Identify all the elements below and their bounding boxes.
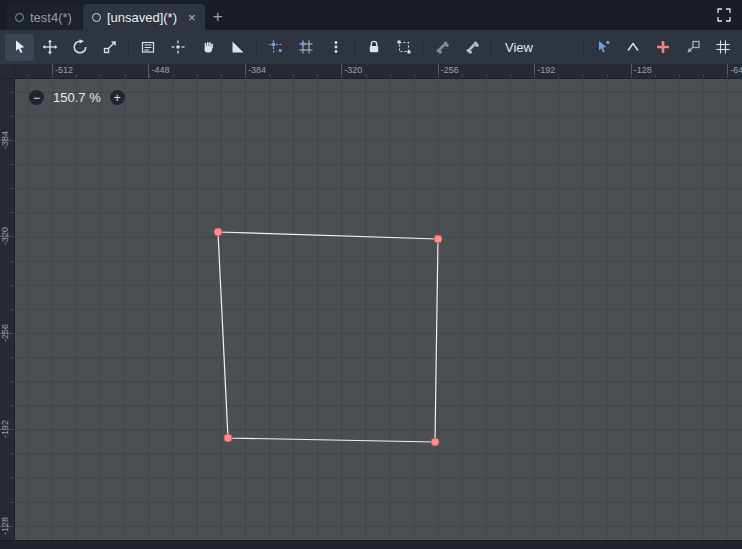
rotate-tool-icon — [72, 39, 88, 55]
viewport-canvas[interactable]: − 150.7 % + — [15, 79, 742, 540]
group-object-button[interactable] — [389, 34, 418, 61]
close-tab-icon[interactable]: × — [188, 11, 196, 24]
toolbar-separator — [256, 38, 257, 56]
select-points-button[interactable] — [588, 34, 617, 61]
bone-dim-icon — [434, 39, 450, 55]
scale-tool-icon — [102, 39, 118, 55]
polygon-vertex-handle[interactable] — [431, 438, 439, 446]
canvas-row: -384-320-256-192-128 − 150.7 % + — [0, 79, 742, 540]
new-scene-tab-button[interactable]: + — [205, 4, 231, 30]
ruler-minor-tick — [10, 92, 14, 93]
ruler-row: -512-448-384-320-256-192-128-64 — [0, 64, 742, 79]
grid-hash-icon — [715, 39, 731, 55]
smart-snap-icon — [268, 39, 284, 55]
ruler-minor-tick — [414, 74, 415, 78]
ruler-minor-tick — [173, 74, 174, 78]
ruler-label: -256 — [0, 317, 10, 349]
bone-options-button[interactable] — [457, 34, 486, 61]
list-select-icon — [140, 39, 156, 55]
ruler-tool-icon — [230, 39, 246, 55]
scene-node-icon — [92, 13, 101, 22]
ruler-label: -256 — [441, 65, 459, 75]
scene-tab-unsaved[interactable]: [unsaved](*) × — [83, 4, 205, 30]
ruler-minor-tick — [10, 236, 14, 237]
ruler-minor-tick — [510, 74, 511, 78]
ruler-corner — [0, 64, 15, 79]
bottom-panel-edge — [0, 540, 742, 549]
ruler-tool-button[interactable] — [223, 34, 252, 61]
ruler-minor-tick — [221, 74, 222, 78]
move-tool-button[interactable] — [35, 34, 64, 61]
zoom-in-button[interactable]: + — [110, 90, 125, 105]
horizontal-ruler: -512-448-384-320-256-192-128-64 — [15, 64, 742, 79]
ruler-label: -64 — [730, 65, 742, 75]
vertical-ruler: -384-320-256-192-128 — [0, 79, 15, 540]
ruler-minor-tick — [245, 74, 246, 78]
scene-tab-label: test4(*) — [30, 10, 72, 25]
ruler-minor-tick — [703, 74, 704, 78]
pink-plus-icon — [655, 39, 671, 55]
corner-arrow-icon — [685, 39, 701, 55]
zoom-percentage[interactable]: 150.7 % — [53, 90, 101, 105]
ruler-minor-tick — [679, 74, 680, 78]
snap-options-menu-button[interactable] — [321, 34, 350, 61]
expand-arrows-icon — [717, 8, 731, 22]
ruler-minor-tick — [341, 74, 342, 78]
pivot-point-icon — [170, 39, 186, 55]
zoom-out-button[interactable]: − — [29, 90, 44, 105]
ruler-minor-tick — [366, 74, 367, 78]
polygon-vertex-handle[interactable] — [434, 235, 442, 243]
grid-snap-toggle-button[interactable] — [291, 34, 320, 61]
toolbar-separator — [128, 38, 129, 56]
godot-2d-editor: test4(*) [unsaved](*) × + — [0, 0, 742, 549]
ruler-label: -192 — [537, 65, 555, 75]
pivot-point-button[interactable] — [163, 34, 192, 61]
close-curve-button[interactable] — [708, 34, 737, 61]
pan-tool-button[interactable] — [193, 34, 222, 61]
ruler-label: -192 — [0, 413, 10, 445]
ruler-minor-tick — [607, 74, 608, 78]
ruler-minor-tick — [438, 74, 439, 78]
select-points-icon — [595, 39, 611, 55]
grid-snap-icon — [298, 39, 314, 55]
select-control-points-button[interactable] — [618, 34, 647, 61]
ruler-minor-tick — [10, 212, 14, 213]
ruler-minor-tick — [534, 74, 535, 78]
list-select-button[interactable] — [133, 34, 162, 61]
ruler-minor-tick — [10, 164, 14, 165]
polygon-layer — [15, 79, 742, 540]
ruler-label: -448 — [151, 65, 169, 75]
scene-tab-bar: test4(*) [unsaved](*) × + — [0, 0, 742, 30]
scene-tab-label: [unsaved](*) — [107, 10, 177, 25]
delete-point-button[interactable] — [678, 34, 707, 61]
lock-object-button[interactable] — [359, 34, 388, 61]
ruler-label: -320 — [0, 220, 10, 252]
ruler-label: -128 — [0, 510, 10, 540]
ruler-minor-tick — [125, 74, 126, 78]
distraction-free-mode-button[interactable] — [712, 3, 736, 27]
toolbar-separator — [354, 38, 355, 56]
ruler-minor-tick — [462, 74, 463, 78]
ruler-minor-tick — [10, 140, 14, 141]
ruler-label: -384 — [248, 65, 266, 75]
ruler-minor-tick — [317, 74, 318, 78]
bone-icon — [464, 39, 480, 55]
move-tool-icon — [42, 39, 58, 55]
ruler-minor-tick — [10, 429, 14, 430]
add-point-button[interactable] — [648, 34, 677, 61]
select-tool-button[interactable] — [5, 34, 34, 61]
scale-tool-button[interactable] — [95, 34, 124, 61]
ruler-minor-tick — [28, 74, 29, 78]
rotate-tool-button[interactable] — [65, 34, 94, 61]
skeleton-options-button[interactable] — [427, 34, 456, 61]
polygon-vertex-handle[interactable] — [224, 434, 232, 442]
ruler-minor-tick — [10, 502, 14, 503]
ruler-minor-tick — [655, 74, 656, 78]
smart-snap-toggle-button[interactable] — [261, 34, 290, 61]
scene-tab-test4[interactable]: test4(*) — [6, 4, 81, 30]
view-menu-button[interactable]: View — [495, 34, 543, 61]
group-icon — [396, 39, 412, 55]
polygon-vertex-handle[interactable] — [214, 228, 222, 236]
toolbar-separator — [422, 38, 423, 56]
ruler-minor-tick — [149, 74, 150, 78]
